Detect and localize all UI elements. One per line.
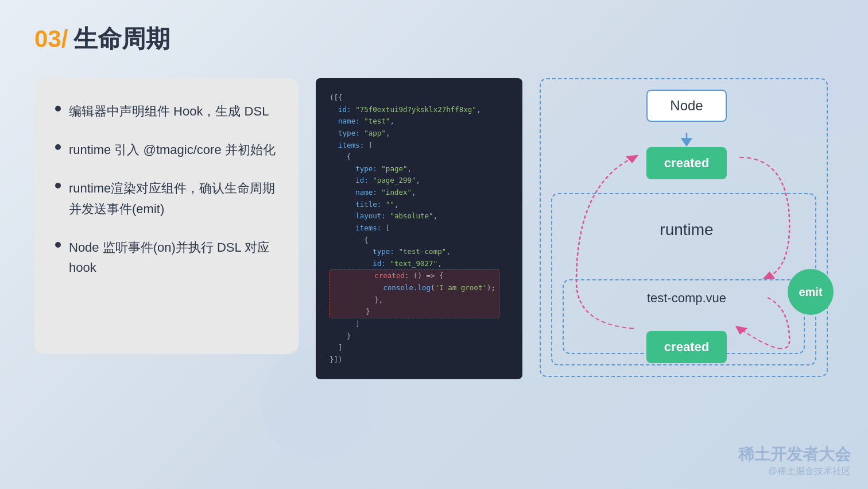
bullet-dot — [55, 242, 61, 248]
bullet-panel: 编辑器中声明组件 Hook，生成 DSL runtime 引入 @tmagic/… — [34, 78, 299, 354]
emit-circle: emit — [788, 269, 834, 315]
emit-label: emit — [799, 286, 822, 299]
main-content: 编辑器中声明组件 Hook，生成 DSL runtime 引入 @tmagic/… — [34, 78, 834, 388]
slide-number: 03/ — [34, 25, 68, 53]
slide-title: 生命周期 — [73, 23, 170, 55]
created-bottom-box: created — [646, 331, 727, 363]
created-top-box: created — [646, 147, 727, 179]
created-bottom-label: created — [664, 340, 709, 355]
bullet-dot — [55, 106, 61, 111]
bullet-text-3: runtime渲染对应组件，确认生命周期并发送事件(emit) — [69, 178, 278, 218]
bullet-list: 编辑器中声明组件 Hook，生成 DSL runtime 引入 @tmagic/… — [55, 101, 278, 278]
bullet-text-1: 编辑器中声明组件 Hook，生成 DSL — [69, 101, 269, 121]
list-item: runtime渲染对应组件，确认生命周期并发送事件(emit) — [55, 178, 278, 218]
testcomp-label: test-comp.vue — [647, 291, 726, 306]
watermark-main: 稀土开发者大会 — [738, 444, 851, 465]
runtime-label: runtime — [660, 221, 713, 239]
slide: 03/ 生命周期 编辑器中声明组件 Hook，生成 DSL runtime 引入… — [0, 0, 868, 489]
bullet-text-4: Node 监听事件(on)并执行 DSL 对应 hook — [69, 237, 278, 278]
node-label: Node — [670, 98, 703, 114]
diagram-panel: Node — [540, 78, 834, 388]
header: 03/ 生命周期 — [34, 23, 834, 55]
code-content: ([{ id: "75f0extui9d7yksklx27hff8xg", na… — [330, 92, 509, 365]
node-box: Node — [646, 90, 727, 122]
created-top-label: created — [664, 156, 709, 171]
code-panel: ([{ id: "75f0extui9d7yksklx27hff8xg", na… — [316, 78, 522, 379]
list-item: Node 监听事件(on)并执行 DSL 对应 hook — [55, 237, 278, 278]
watermark: 稀土开发者大会 @稀土掘金技术社区 — [738, 444, 851, 478]
bullet-text-2: runtime 引入 @tmagic/core 并初始化 — [69, 140, 276, 160]
list-item: 编辑器中声明组件 Hook，生成 DSL — [55, 101, 278, 121]
bullet-dot — [55, 144, 61, 150]
list-item: runtime 引入 @tmagic/core 并初始化 — [55, 140, 278, 160]
watermark-sub: @稀土掘金技术社区 — [738, 465, 851, 478]
bullet-dot — [55, 183, 61, 188]
